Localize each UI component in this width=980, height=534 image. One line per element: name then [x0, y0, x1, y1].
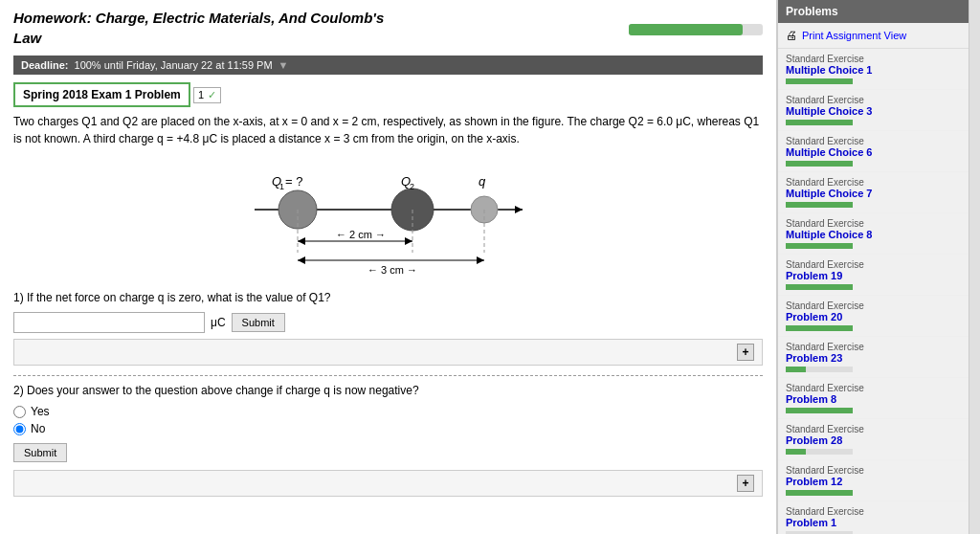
sidebar-progress-bar-4 — [786, 243, 853, 249]
sidebar-progress-fill-1 — [786, 120, 853, 125]
problem-number-badge: 1 ✓ — [193, 87, 221, 103]
sidebar-item-label-2: Standard Exercise — [786, 136, 961, 146]
submit2-button[interactable]: Submit — [13, 443, 67, 462]
svg-marker-20 — [477, 256, 484, 264]
sidebar-item-title-9[interactable]: Problem 28 — [786, 434, 961, 446]
sidebar-item-7[interactable]: Standard Exercise Problem 23 — [778, 337, 969, 378]
sidebar-item-title-0[interactable]: Multiple Choice 1 — [786, 64, 961, 76]
sidebar-progress-bar-8 — [786, 408, 853, 413]
sidebar-item-title-5[interactable]: Problem 19 — [786, 270, 961, 281]
sidebar-item-label-0: Standard Exercise — [786, 54, 961, 64]
sidebar-item-label-6: Standard Exercise — [786, 300, 961, 311]
question2-text: Does your answer to the question above c… — [27, 384, 419, 397]
question2: 2) Does your answer to the question abov… — [13, 384, 763, 397]
sidebar-item-title-10[interactable]: Problem 12 — [786, 476, 961, 487]
sidebar-progress-bar-0 — [786, 78, 853, 84]
main-content: Homework: Charge, Electric Materials, An… — [0, 0, 777, 534]
sidebar-item-9[interactable]: Standard Exercise Problem 28 — [778, 419, 969, 460]
sidebar-item-5[interactable]: Standard Exercise Problem 19 — [778, 255, 969, 296]
scrollbar-track[interactable] — [969, 0, 980, 534]
svg-marker-1 — [515, 206, 523, 213]
sidebar-progress-fill-9 — [786, 449, 806, 455]
section-divider — [13, 375, 763, 376]
sidebar-item-2[interactable]: Standard Exercise Multiple Choice 6 — [778, 131, 969, 172]
radio-no[interactable] — [13, 423, 26, 435]
expand-button-2[interactable]: + — [737, 475, 754, 492]
svg-marker-16 — [405, 237, 412, 245]
sidebar-item-label-10: Standard Exercise — [786, 465, 961, 476]
sidebar-item-title-11[interactable]: Problem 1 — [786, 517, 961, 528]
sidebar-progress-fill-3 — [786, 202, 853, 208]
expand-row-1: + — [13, 339, 763, 366]
sidebar-item-label-7: Standard Exercise — [786, 342, 961, 352]
sidebar-item-0[interactable]: Standard Exercise Multiple Choice 1 — [778, 49, 969, 90]
svg-text:q: q — [479, 174, 486, 189]
sidebar-item-title-8[interactable]: Problem 8 — [786, 393, 961, 405]
page-title: Homework: Charge, Electric Materials, An… — [13, 10, 621, 50]
sidebar-progress-bar-3 — [786, 202, 853, 208]
answer-input-row: μC Submit — [13, 312, 763, 333]
svg-text:← 2 cm →: ← 2 cm → — [336, 229, 386, 240]
sidebar-item-title-7[interactable]: Problem 23 — [786, 352, 961, 364]
sidebar-item-title-1[interactable]: Multiple Choice 3 — [786, 105, 961, 117]
sidebar-progress-bar-5 — [786, 284, 853, 290]
sidebar-progress-fill-2 — [786, 161, 853, 167]
answer-input[interactable] — [13, 312, 205, 333]
sidebar-item-label-5: Standard Exercise — [786, 259, 961, 270]
deadline-value: 100% until Friday, January 22 at 11:59 P… — [75, 59, 273, 71]
submit1-button[interactable]: Submit — [232, 313, 285, 332]
sidebar-item-1[interactable]: Standard Exercise Multiple Choice 3 — [778, 90, 969, 131]
svg-marker-15 — [298, 237, 305, 245]
deadline-label: Deadline: — [21, 59, 69, 71]
sidebar-item-8[interactable]: Standard Exercise Problem 8 — [778, 378, 969, 419]
problem-number: 1 — [198, 89, 204, 100]
sidebar-progress-bar-6 — [786, 325, 853, 331]
sidebar-item-3[interactable]: Standard Exercise Multiple Choice 7 — [778, 172, 969, 213]
sidebar-item-6[interactable]: Standard Exercise Problem 20 — [778, 296, 969, 337]
question2-num: 2) — [13, 384, 24, 397]
radio-no-option: No — [13, 422, 763, 435]
sidebar-item-11[interactable]: Standard Exercise Problem 1 — [778, 501, 969, 534]
question1-text: If the net force on charge q is zero, wh… — [27, 291, 331, 304]
radio-yes-option: Yes — [13, 405, 763, 418]
sidebar-progress-bar-10 — [786, 490, 853, 496]
expand-row-2: + — [13, 470, 763, 497]
svg-text:= ?: = ? — [285, 174, 302, 189]
sidebar-item-4[interactable]: Standard Exercise Multiple Choice 8 — [778, 213, 969, 255]
radio-yes-label: Yes — [31, 405, 50, 418]
sidebar-item-10[interactable]: Standard Exercise Problem 12 — [778, 460, 969, 501]
print-link[interactable]: Print Assignment View — [802, 30, 906, 41]
sidebar-item-label-3: Standard Exercise — [786, 177, 961, 188]
check-mark-icon: ✓ — [208, 89, 216, 101]
expand-button-1[interactable]: + — [737, 344, 754, 361]
physics-diagram: Q 1 = ? Q 2 q ← 2 cm → ← 3 cm → — [226, 157, 551, 281]
sidebar-progress-fill-4 — [786, 243, 853, 249]
top-progress-bar — [629, 24, 763, 35]
sidebar-progress-fill-0 — [786, 78, 853, 84]
figure: Q 1 = ? Q 2 q ← 2 cm → ← 3 cm → — [13, 157, 763, 281]
sidebar-progress-fill-10 — [786, 490, 853, 496]
svg-text:← 3 cm →: ← 3 cm → — [368, 264, 417, 276]
sidebar-progress-bar-9 — [786, 449, 853, 455]
sidebar-item-title-6[interactable]: Problem 20 — [786, 311, 961, 323]
sidebar-item-title-4[interactable]: Multiple Choice 8 — [786, 229, 961, 240]
radio-yes[interactable] — [13, 406, 26, 418]
sidebar-progress-bar-2 — [786, 161, 853, 167]
sidebar-item-title-3[interactable]: Multiple Choice 7 — [786, 188, 961, 199]
question1-num: 1) — [13, 291, 24, 304]
problem-box: Spring 2018 Exam 1 Problem — [13, 82, 190, 107]
sidebar-progress-bar-7 — [786, 367, 853, 372]
sidebar-header: Problems — [778, 0, 969, 23]
sidebar-item-title-2[interactable]: Multiple Choice 6 — [786, 146, 961, 158]
problem-text: Two charges Q1 and Q2 are placed on the … — [13, 113, 763, 147]
sidebar-progress-fill-6 — [786, 325, 853, 331]
sidebar-print[interactable]: 🖨 Print Assignment View — [778, 23, 969, 49]
title-row: Homework: Charge, Electric Materials, An… — [13, 10, 763, 50]
sidebar-item-label-4: Standard Exercise — [786, 218, 961, 229]
question1: 1) If the net force on charge q is zero,… — [13, 291, 763, 304]
top-progress-fill — [629, 24, 743, 35]
sidebar-progress-fill-7 — [786, 367, 806, 372]
deadline-dropdown-icon[interactable]: ▼ — [278, 59, 289, 71]
sidebar-items-container: Standard Exercise Multiple Choice 1 Stan… — [778, 49, 969, 534]
printer-icon: 🖨 — [786, 29, 797, 42]
